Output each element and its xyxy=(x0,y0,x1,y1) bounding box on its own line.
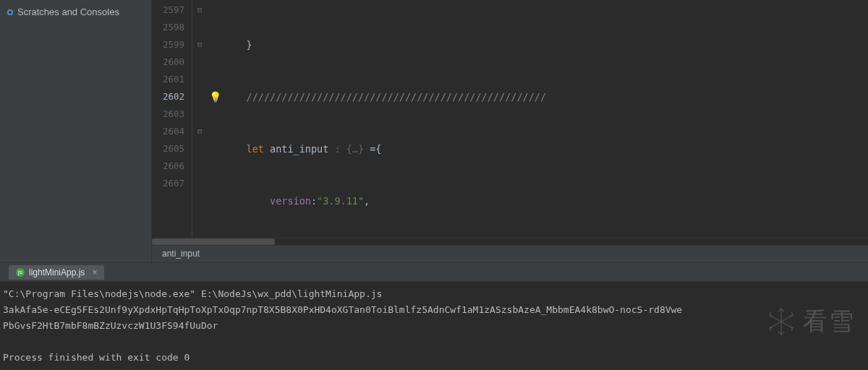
close-icon[interactable]: × xyxy=(92,267,97,278)
fold-mark-icon[interactable]: ⊟ xyxy=(192,36,207,53)
sidebar-item-label: Scratches and Consoles xyxy=(17,7,119,17)
code-area[interactable]: 2597 2598 2599 2600 2601 2602 2603 2604 … xyxy=(152,0,868,237)
project-sidebar: Scratches and Consoles xyxy=(0,0,152,262)
editor-hscrollbar[interactable] xyxy=(152,237,868,245)
fold-column: ⊟ ⊟ ⊟ xyxy=(192,0,207,237)
breadcrumb[interactable]: anti_input xyxy=(152,245,868,262)
run-tab-label: lightMiniApp.js xyxy=(29,267,85,278)
console-output[interactable]: "C:\Program Files\nodejs\node.exe" E:\No… xyxy=(0,282,868,370)
line-gutter: 2597 2598 2599 2600 2601 2602 2603 2604 … xyxy=(152,0,192,237)
run-tab-lightminiapp[interactable]: js lightMiniApp.js × xyxy=(9,265,104,280)
scratches-icon xyxy=(7,9,13,15)
editor: 2597 2598 2599 2600 2601 2602 2603 2604 … xyxy=(152,0,868,262)
run-tabs: js lightMiniApp.js × xyxy=(0,263,868,282)
annotation-column: 💡 xyxy=(207,0,223,237)
code-text[interactable]: } //////////////////////////////////////… xyxy=(223,0,868,237)
run-tool-window: js lightMiniApp.js × "C:\Program Files\n… xyxy=(0,262,868,370)
fold-mark-icon[interactable]: ⊟ xyxy=(192,1,207,19)
nodejs-icon: js xyxy=(16,268,25,277)
scrollbar-thumb[interactable] xyxy=(152,238,275,245)
sidebar-item-scratches[interactable]: Scratches and Consoles xyxy=(0,4,151,20)
lightbulb-icon[interactable]: 💡 xyxy=(207,88,223,106)
breadcrumb-item[interactable]: anti_input xyxy=(162,249,200,259)
fold-mark-icon[interactable]: ⊟ xyxy=(192,123,207,140)
